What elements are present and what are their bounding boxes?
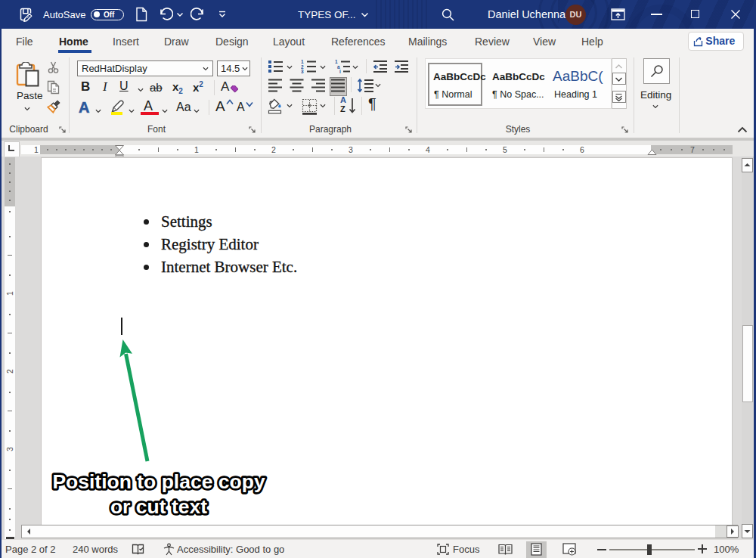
svg-text:i: i: [339, 69, 341, 73]
svg-text:3: 3: [301, 69, 304, 73]
svg-text:or cut text: or cut text: [110, 495, 207, 518]
svg-text:Position to place copy: Position to place copy: [52, 470, 265, 493]
